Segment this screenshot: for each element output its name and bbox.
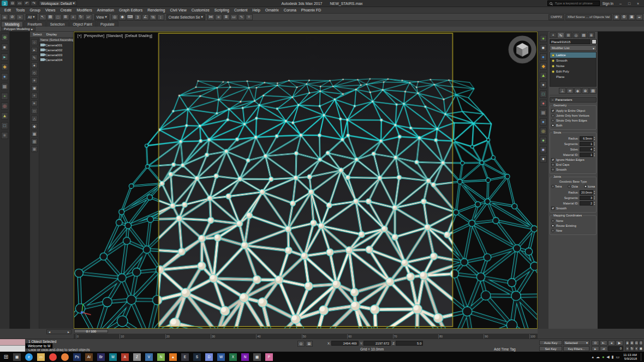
coordinate-field[interactable]: 2494.469 xyxy=(331,341,359,346)
use-pivot-center-icon[interactable]: ◎ xyxy=(111,14,118,20)
link-icon[interactable]: ∞ xyxy=(1,14,8,20)
visibility-bulb-icon[interactable] xyxy=(552,70,554,73)
material-editor-icon[interactable]: ◉ xyxy=(613,14,620,20)
calculator-icon[interactable]: ▦ xyxy=(253,353,261,361)
auto-key-button[interactable]: Auto Key xyxy=(539,340,562,345)
display-xrefs-icon[interactable]: △ xyxy=(31,116,38,122)
select-object-icon[interactable]: ↖ xyxy=(39,14,46,20)
dock-icon[interactable]: ◎ xyxy=(540,128,547,135)
option-box[interactable] xyxy=(551,119,554,122)
icosa-radio[interactable]: Icosa xyxy=(584,184,595,189)
option-box[interactable] xyxy=(551,219,554,222)
display-materials-icon[interactable]: ▥ xyxy=(31,138,38,144)
viewport-general-menu[interactable]: [+] xyxy=(77,34,81,38)
option-box[interactable] xyxy=(551,224,554,227)
display-cameras-icon[interactable]: ▣ xyxy=(31,85,38,91)
minimize-button[interactable]: – xyxy=(616,1,625,7)
bridge-icon[interactable]: Br xyxy=(97,353,105,361)
dock-icon[interactable]: ● xyxy=(540,81,547,88)
pick-mode-icon[interactable]: ▸ xyxy=(31,47,38,53)
menu-civil-view[interactable]: Civil View xyxy=(168,8,188,12)
utilities-tab[interactable]: ≣ xyxy=(588,32,595,38)
dock-icon[interactable]: ● xyxy=(540,35,547,42)
display-bones-icon[interactable]: ◆ xyxy=(31,123,38,129)
motion-tab[interactable]: ◎ xyxy=(573,32,580,38)
option-box[interactable] xyxy=(584,185,587,188)
tetra-radio[interactable]: Tetra xyxy=(551,184,562,189)
make-unique-icon[interactable]: ◈ xyxy=(574,88,581,94)
open-icon[interactable]: ▭ xyxy=(16,1,23,6)
select-manipulate-icon[interactable]: ◆ xyxy=(119,14,126,20)
struts-smooth-checkbox[interactable]: Smooth xyxy=(551,167,595,172)
dock-tool-icon[interactable]: ▲ xyxy=(1,112,8,119)
align-icon[interactable]: ≡ xyxy=(215,14,222,20)
zoom-region-icon[interactable]: ⊡ xyxy=(639,340,643,346)
visibility-bulb-icon[interactable] xyxy=(552,65,554,68)
unlink-icon[interactable]: ⊘ xyxy=(9,14,16,20)
dock-tool-icon[interactable]: ◎ xyxy=(1,102,8,110)
show-desktop-button[interactable] xyxy=(641,353,643,361)
coordinate-field[interactable]: 5.0 xyxy=(396,341,423,346)
ribbon-toggle-icon[interactable]: ▭ xyxy=(230,14,237,20)
zbrush-icon[interactable]: Z xyxy=(133,353,141,361)
search-field[interactable] xyxy=(547,1,600,6)
octa-radio[interactable]: Octa xyxy=(568,184,578,189)
maximize-button[interactable]: □ xyxy=(625,1,634,7)
modifier-noise[interactable]: Noise xyxy=(550,63,596,69)
vlc-icon[interactable]: ▲ xyxy=(169,353,177,361)
option-box[interactable] xyxy=(551,229,554,232)
spinner-snap-icon[interactable]: ↕ xyxy=(157,14,164,20)
parameters-rollout-header[interactable]: − Parameters xyxy=(550,97,597,102)
menu-create[interactable]: Create xyxy=(58,8,74,12)
render-setup-icon[interactable]: ⚙ xyxy=(621,14,628,20)
dock-tool-icon[interactable]: ◆ xyxy=(1,63,8,70)
display-tab[interactable]: ▤ xyxy=(580,32,587,38)
task-view-icon[interactable]: ▦ xyxy=(13,353,21,361)
previous-frame-button[interactable]: ◂ xyxy=(49,330,50,334)
name-column-header[interactable]: Name (Sorted Ascending) xyxy=(39,38,73,43)
save-icon[interactable]: ⊟ xyxy=(9,1,16,6)
display-groups-icon[interactable]: □ xyxy=(31,108,38,114)
orbit-icon[interactable]: ↻ xyxy=(630,346,634,352)
tab-selection[interactable]: Selection xyxy=(46,21,69,27)
menu-tools[interactable]: Tools xyxy=(14,8,27,12)
panel-polygon-modeling[interactable]: Polygon Modeling ▾ xyxy=(1,27,35,31)
menu-animation[interactable]: Animation xyxy=(95,8,116,12)
spinner-arrows[interactable]: ▴▾ xyxy=(594,142,595,146)
selection-lock-toggle[interactable]: ⊠ xyxy=(306,341,313,347)
modifier-list-dropdown[interactable]: Modifier List ▾ xyxy=(550,45,597,51)
pin-stack-icon[interactable]: ⊥ xyxy=(559,88,566,94)
signin-button[interactable]: Sign In xyxy=(603,2,613,5)
spinner-field[interactable]: 3 xyxy=(580,196,593,200)
render-production-icon[interactable]: ☕ xyxy=(636,14,643,20)
dock-tool-icon[interactable]: ▦ xyxy=(1,83,8,90)
tab-freeform[interactable]: Freeform xyxy=(23,21,45,27)
dock-tool-icon[interactable]: □ xyxy=(1,122,8,129)
sync-selection-icon[interactable]: ⊞ xyxy=(31,146,38,152)
start-button[interactable]: ⊞ xyxy=(1,353,11,361)
illustrator-icon[interactable]: Ai xyxy=(85,353,93,361)
modify-tab[interactable]: ∿ xyxy=(557,32,564,38)
dock-icon[interactable]: ● xyxy=(540,155,547,162)
onedrive-icon[interactable]: ☁ xyxy=(596,355,600,359)
dock-icon[interactable]: ■ xyxy=(540,44,547,51)
dock-icon[interactable]: ● xyxy=(540,137,547,144)
zoom-icon[interactable]: ⊕ xyxy=(625,340,629,346)
menu-views[interactable]: Views xyxy=(43,8,58,12)
dock-tool-icon[interactable]: ⊕ xyxy=(1,34,8,41)
display-shapes-icon[interactable]: ◇ xyxy=(31,70,38,76)
key-filters-button[interactable]: Key Filters... xyxy=(563,346,589,351)
schematic-view-icon[interactable]: ⌗ xyxy=(246,14,253,20)
visibility-bulb-icon[interactable] xyxy=(552,59,554,62)
dock-icon[interactable]: ● xyxy=(540,118,547,125)
display-spacewarps-icon[interactable]: ≡ xyxy=(31,100,38,106)
dock-icon[interactable]: ▦ xyxy=(540,109,547,116)
edge-icon[interactable]: e xyxy=(25,353,33,361)
dock-tool-icon[interactable]: ■ xyxy=(1,44,8,51)
dock-icon[interactable]: ● xyxy=(540,100,547,107)
tab-populate[interactable]: Populate xyxy=(97,21,118,27)
selection-set-dropdown[interactable]: Selected ▾ xyxy=(563,340,589,345)
viewport[interactable]: [+][Perspective][Standard][Default Shadi… xyxy=(74,32,538,329)
dock-tool-icon[interactable]: ≡ xyxy=(1,132,8,139)
region-select-icon[interactable]: □ xyxy=(55,14,62,20)
